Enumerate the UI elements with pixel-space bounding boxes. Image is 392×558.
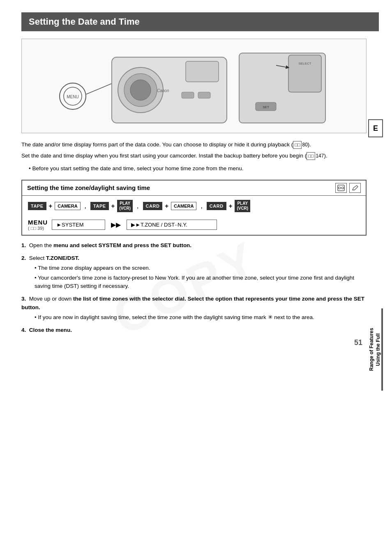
intro-para1: The date and/or time display forms part … bbox=[21, 141, 367, 149]
step-3-bullet-1: If you are now in daylight saving time, … bbox=[35, 313, 367, 322]
step-1: 1. Open the menu and select SYSTEM and p… bbox=[21, 241, 367, 250]
menu-display-right: ▶►T.ZONE / DST··N.Y. bbox=[127, 220, 217, 230]
tape-icon bbox=[335, 183, 347, 193]
svg-rect-11 bbox=[198, 92, 210, 98]
subsection-title: Setting the time zone/daylight saving ti… bbox=[22, 181, 366, 196]
svg-rect-13 bbox=[288, 55, 321, 92]
comma-2: , bbox=[137, 202, 138, 210]
svg-point-20 bbox=[342, 187, 344, 189]
svg-rect-8 bbox=[186, 61, 219, 82]
menu-label: MENU bbox=[28, 219, 48, 226]
svg-text:Canon: Canon bbox=[157, 88, 169, 93]
page-title: Setting the Date and Time bbox=[21, 12, 379, 31]
svg-point-19 bbox=[339, 187, 341, 189]
svg-text:MENU: MENU bbox=[67, 95, 78, 99]
intro-text: The date and/or time display forms part … bbox=[21, 141, 367, 160]
plus-4: + bbox=[229, 202, 233, 209]
svg-rect-10 bbox=[182, 92, 194, 98]
page-number: 51 bbox=[354, 338, 362, 347]
tape-btn-1: TAPE bbox=[28, 202, 46, 210]
intro-para2: Set the date and time display when you f… bbox=[21, 152, 367, 160]
subsection-icons bbox=[335, 183, 361, 193]
mode-buttons-row: TAPE + CAMERA , TAPE + PLAY(VCR) , CARD … bbox=[22, 196, 366, 216]
steps-section: 1. Open the menu and select SYSTEM and p… bbox=[21, 241, 367, 335]
camera-btn-2: CAMERA bbox=[171, 202, 196, 210]
camera-illustration: MENU Canon bbox=[21, 39, 367, 133]
subsection-box: Setting the time zone/daylight saving ti… bbox=[21, 180, 367, 236]
card-btn-2: CARD bbox=[207, 202, 226, 210]
plus-3: + bbox=[165, 202, 168, 209]
comma-1: , bbox=[85, 202, 86, 210]
step-2: 2. Select T.ZONE/DST. The time zone disp… bbox=[21, 254, 367, 291]
card-btn-1: CARD bbox=[143, 202, 163, 210]
step-2-bullet-1: The time zone display appears on the scr… bbox=[35, 264, 367, 273]
menu-row: MENU ( □□ 39) ►SYSTEM ▶▶ ▶►T.ZONE / DST·… bbox=[22, 216, 366, 235]
sidebar-e-tab: E bbox=[368, 119, 383, 137]
step-4: 4. Close the menu. bbox=[21, 326, 367, 335]
plus-2: + bbox=[111, 202, 115, 209]
menu-ref: ( □□ 39) bbox=[28, 226, 48, 231]
play-vcr-btn-1: PLAY(VCR) bbox=[117, 200, 133, 212]
camera-btn-1: CAMERA bbox=[55, 202, 80, 210]
intro-bullet: Before you start setting the date and ti… bbox=[29, 164, 383, 173]
svg-text:SET: SET bbox=[263, 105, 269, 109]
pencil-icon bbox=[349, 183, 361, 193]
svg-point-7 bbox=[130, 80, 151, 100]
menu-display-left: ►SYSTEM bbox=[52, 220, 105, 230]
plus-1: + bbox=[49, 202, 53, 209]
menu-arrow-spacer: ▶▶ bbox=[111, 221, 121, 229]
step-3: 3. Move up or down the list of time zone… bbox=[21, 295, 367, 322]
tape-btn-2: TAPE bbox=[90, 202, 109, 210]
play-vcr-btn-2: PLAY(VCR) bbox=[235, 200, 250, 212]
svg-text:SELECT: SELECT bbox=[298, 62, 311, 65]
comma-3: , bbox=[201, 202, 202, 210]
step-2-bullet-2: Your camcorder's time zone is factory-pr… bbox=[35, 274, 367, 291]
